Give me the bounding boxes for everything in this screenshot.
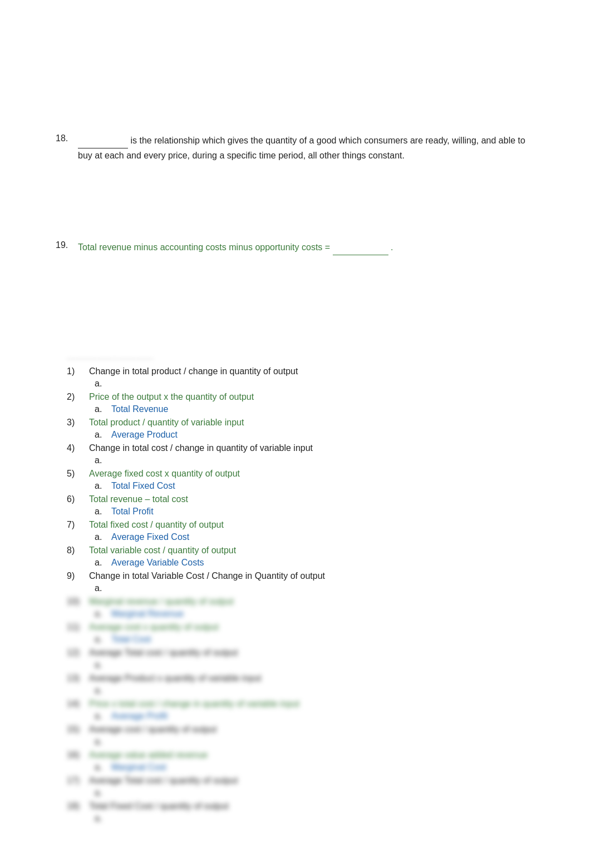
sub-letter-8: a.	[95, 558, 111, 568]
sub-answer-5: a. Total Fixed Cost	[95, 481, 535, 491]
answer-number-3: 3)	[67, 418, 89, 428]
answer-number-16: 16)	[67, 750, 89, 760]
answer-item-18: 18) Total Fixed Cost / quantity of outpu…	[67, 801, 535, 811]
sub-letter-3: a.	[95, 430, 111, 440]
blurred-top-hint: ____________________	[67, 350, 535, 361]
sub-answer-14: a. Average Profit	[95, 711, 535, 721]
q19-number: 19.	[56, 240, 78, 250]
sub-answer-1: a.	[95, 379, 535, 389]
answer-number-6: 6)	[67, 494, 89, 504]
q19-blank	[333, 240, 388, 255]
q18-text-after: is the relationship which gives the quan…	[78, 136, 525, 160]
question-19-line: 19. Total revenue minus accounting costs…	[56, 240, 535, 255]
sub-answer-15: a.	[95, 737, 535, 747]
answer-text-17: Average Total cost / quantity of output	[89, 776, 238, 786]
answer-text-9: Change in total Variable Cost / Change i…	[89, 571, 325, 581]
answer-number-13: 13)	[67, 673, 89, 683]
answer-row-10: 10) Marginal revenue / quantity of outpu…	[67, 597, 535, 619]
sub-text-11: Total Cost	[111, 634, 151, 644]
question-18-block: 18. is the relationship which gives the …	[56, 133, 535, 162]
answer-text-8: Total variable cost / quantity of output	[89, 545, 236, 555]
spacer-1	[56, 196, 535, 218]
answer-number-2: 2)	[67, 392, 89, 402]
sub-text-16: Marginal Cost	[111, 762, 166, 772]
sub-answer-9: a.	[95, 583, 535, 593]
answer-row-11: 11) Average cost x quantity of output a.…	[67, 622, 535, 644]
answer-item-13: 13) Average Product x quantity of variab…	[67, 673, 535, 683]
sub-answer-4: a.	[95, 455, 535, 465]
answer-item-10: 10) Marginal revenue / quantity of outpu…	[67, 597, 535, 607]
answer-number-12: 12)	[67, 648, 89, 658]
top-spacer	[56, 22, 535, 133]
answer-row-3: 3) Total product / quantity of variable …	[67, 418, 535, 440]
answer-number-11: 11)	[67, 622, 89, 632]
sub-answer-10: a. Marginal Revenue	[95, 609, 535, 619]
spacer-4	[56, 311, 535, 333]
q19-text-after: .	[391, 242, 393, 252]
answer-item-6: 6) Total revenue – total cost	[67, 494, 535, 504]
answer-text-13: Average Product x quantity of variable i…	[89, 673, 261, 683]
q19-text: Total revenue minus accounting costs min…	[78, 240, 393, 255]
sub-text-6: Total Profit	[111, 507, 154, 517]
answer-text-3: Total product / quantity of variable inp…	[89, 418, 244, 428]
answer-number-4: 4)	[67, 443, 89, 453]
spacer-2	[56, 218, 535, 240]
sub-text-14: Average Profit	[111, 711, 168, 721]
answer-item-8: 8) Total variable cost / quantity of out…	[67, 545, 535, 555]
q18-text: is the relationship which gives the quan…	[78, 133, 535, 162]
blurred-answers: 10) Marginal revenue / quantity of outpu…	[67, 597, 535, 824]
sub-letter-5: a.	[95, 481, 111, 491]
sub-letter-1: a.	[95, 379, 111, 389]
answer-number-1: 1)	[67, 366, 89, 376]
answer-section: ____________________ 1) Change in total …	[67, 350, 535, 824]
sub-letter-16: a.	[95, 762, 111, 772]
sub-answer-17: a.	[95, 788, 535, 798]
answer-row-4: 4) Change in total cost / change in quan…	[67, 443, 535, 465]
sub-answer-7: a. Average Fixed Cost	[95, 532, 535, 542]
sub-letter-17: a.	[95, 788, 111, 798]
answer-item-12: 12) Average Total cost / quantity of out…	[67, 648, 535, 658]
q18-number: 18.	[56, 133, 78, 143]
answer-item-17: 17) Average Total cost / quantity of out…	[67, 776, 535, 786]
sub-letter-6: a.	[95, 507, 111, 517]
answer-item-5: 5) Average fixed cost x quantity of outp…	[67, 469, 535, 479]
answer-item-4: 4) Change in total cost / change in quan…	[67, 443, 535, 453]
answer-item-1: 1) Change in total product / change in q…	[67, 366, 535, 376]
answer-text-12: Average Total cost / quantity of output	[89, 648, 238, 658]
answer-text-14: Price x total cost / change in quantity …	[89, 699, 299, 709]
sub-letter-15: a.	[95, 737, 111, 747]
sub-answer-6: a. Total Profit	[95, 507, 535, 517]
answer-text-5: Average fixed cost x quantity of output	[89, 469, 240, 479]
sub-letter-14: a.	[95, 711, 111, 721]
sub-letter-13: a.	[95, 686, 111, 696]
answer-number-17: 17)	[67, 776, 89, 786]
answer-item-3: 3) Total product / quantity of variable …	[67, 418, 535, 428]
sub-letter-2: a.	[95, 404, 111, 414]
page-container: 18. is the relationship which gives the …	[0, 0, 591, 860]
sub-letter-11: a.	[95, 634, 111, 644]
sub-text-5: Total Fixed Cost	[111, 481, 175, 491]
answer-number-15: 15)	[67, 725, 89, 735]
answer-row-13: 13) Average Product x quantity of variab…	[67, 673, 535, 696]
answer-row-2: 2) Price of the output x the quantity of…	[67, 392, 535, 414]
sub-answer-2: a. Total Revenue	[95, 404, 535, 414]
answer-text-11: Average cost x quantity of output	[89, 622, 219, 632]
sub-letter-4: a.	[95, 455, 111, 465]
answer-number-7: 7)	[67, 520, 89, 530]
sub-answer-12: a.	[95, 660, 535, 670]
sub-letter-10: a.	[95, 609, 111, 619]
answer-number-18: 18)	[67, 801, 89, 811]
sub-text-3: Average Product	[111, 430, 178, 440]
sub-answer-3: a. Average Product	[95, 430, 535, 440]
answer-text-15: Average cost / quantity of output	[89, 725, 216, 735]
answer-row-17: 17) Average Total cost / quantity of out…	[67, 776, 535, 798]
question-18-line: 18. is the relationship which gives the …	[56, 133, 535, 162]
answer-item-9: 9) Change in total Variable Cost / Chang…	[67, 571, 535, 581]
answer-number-5: 5)	[67, 469, 89, 479]
answer-item-15: 15) Average cost / quantity of output	[67, 725, 535, 735]
answer-row-6: 6) Total revenue – total cost a. Total P…	[67, 494, 535, 517]
answer-number-9: 9)	[67, 571, 89, 581]
answer-row-18: 18) Total Fixed Cost / quantity of outpu…	[67, 801, 535, 824]
sub-text-7: Average Fixed Cost	[111, 532, 189, 542]
answer-text-10: Marginal revenue / quantity of output	[89, 597, 234, 607]
